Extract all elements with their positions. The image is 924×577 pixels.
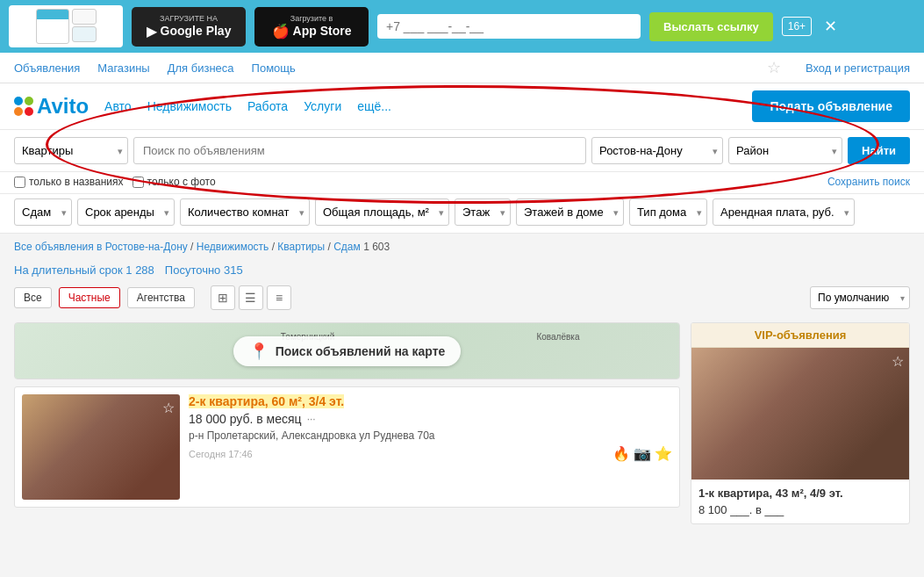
favorite-star-icon[interactable]: ☆ bbox=[162, 400, 175, 416]
google-play-icon: ▶ bbox=[147, 23, 157, 40]
area-select[interactable]: Общая площадь, м² bbox=[315, 198, 449, 226]
breadcrumb-count: 1 603 bbox=[363, 241, 390, 253]
top-banner: ЗАГРУЗИТЕ НА ▶ Google Play Загрузите в 🍎… bbox=[0, 0, 924, 53]
area-wrap: Общая площадь, м² bbox=[315, 198, 449, 226]
logo[interactable]: Avito bbox=[14, 94, 89, 119]
breadcrumb: Все объявления в Ростове-на-Дону / Недви… bbox=[0, 234, 924, 256]
breadcrumb-sep1: / bbox=[190, 241, 197, 253]
price-more-button[interactable]: ··· bbox=[307, 413, 316, 425]
sort-select-wrap: По умолчанию bbox=[810, 286, 910, 309]
nav-services[interactable]: Услуги bbox=[304, 99, 341, 113]
filter-with-photo[interactable]: только с фото bbox=[133, 176, 216, 188]
app-promo-image bbox=[9, 5, 123, 47]
save-search-link[interactable]: Сохранить поиск bbox=[827, 176, 910, 188]
phone-input[interactable] bbox=[386, 19, 632, 33]
phone-input-wrap bbox=[377, 14, 641, 39]
vip-listing-title[interactable]: 1-к квартира, 43 м², 4/9 эт. bbox=[698, 487, 902, 500]
search-input[interactable] bbox=[133, 137, 586, 164]
listings-column: Темерницкий Ковалёвка 📍 Поиск объявлений… bbox=[14, 322, 680, 524]
private-type-button[interactable]: Частные bbox=[59, 287, 120, 308]
nav-auto[interactable]: Авто bbox=[104, 99, 132, 113]
filter-selects-row: Сдам Срок аренды Количество комнат Общая… bbox=[0, 194, 924, 234]
breadcrumb-rent[interactable]: Сдам bbox=[333, 241, 361, 253]
rooms-wrap: Количество комнат bbox=[180, 198, 310, 226]
nav-more[interactable]: ещё... bbox=[357, 99, 391, 113]
map-pin-icon: 📍 bbox=[249, 342, 269, 361]
rent-price-select[interactable]: Арендная плата, руб. bbox=[713, 198, 855, 226]
main-content: Темерницкий Ковалёвка 📍 Поиск объявлений… bbox=[0, 315, 924, 531]
house-type-select[interactable]: Тип дома bbox=[629, 198, 707, 226]
listing-icons: 🔥 📷 ⭐ bbox=[612, 445, 672, 462]
map-banner[interactable]: Темерницкий Ковалёвка 📍 Поиск объявлений… bbox=[14, 322, 680, 379]
with-photo-checkbox[interactable] bbox=[133, 177, 144, 188]
listing-title[interactable]: 2-к квартира, 60 м², 3/4 эт. bbox=[189, 394, 344, 408]
price-text: 18 000 руб. в месяц bbox=[189, 412, 302, 426]
camera-icon: 📷 bbox=[634, 445, 651, 462]
names-only-label: только в названиях bbox=[29, 176, 124, 188]
district-select[interactable]: Район bbox=[728, 137, 842, 164]
header: Avito Авто Недвижимость Работа Услуги ещ… bbox=[0, 83, 924, 130]
close-banner-button[interactable]: ✕ bbox=[824, 17, 837, 36]
breadcrumb-apartments[interactable]: Квартиры bbox=[277, 241, 325, 253]
city-select[interactable]: Ростов-на-Дону bbox=[591, 137, 723, 164]
search-bar: Квартиры Ростов-на-Дону Район Найти bbox=[0, 130, 924, 172]
favorites-star-icon[interactable]: ☆ bbox=[767, 58, 781, 77]
nav-item-help[interactable]: Помощь bbox=[252, 61, 296, 75]
apple-icon: 🍎 bbox=[272, 23, 290, 40]
search-button[interactable]: Найти bbox=[848, 137, 910, 164]
sort-select[interactable]: По умолчанию bbox=[810, 286, 910, 309]
map-town2: Ковалёвка bbox=[536, 332, 579, 342]
age-badge: 16+ bbox=[782, 17, 812, 36]
list-view-button[interactable]: ☰ bbox=[239, 285, 263, 310]
listing-price: 18 000 руб. в месяц ··· bbox=[189, 412, 672, 426]
nav-item-ads[interactable]: Объявления bbox=[14, 61, 80, 75]
filter-names-only[interactable]: только в названиях bbox=[14, 176, 124, 188]
listing-info: 2-к квартира, 60 м², 3/4 эт. 18 000 руб.… bbox=[189, 394, 672, 500]
app-store-button[interactable]: Загрузите в 🍎 App Store bbox=[254, 7, 369, 47]
nav-item-business[interactable]: Для бизнеса bbox=[168, 61, 234, 75]
map-label-text: Поиск объявлений на карте bbox=[276, 344, 446, 358]
nav-item-stores[interactable]: Магазины bbox=[97, 61, 150, 75]
vip-box: VIP-объявления ☆ 1-к квартира, 43 м², 4/… bbox=[691, 322, 910, 524]
sort-bar: Все Частные Агентства ⊞ ☰ ≡ По умолчанию bbox=[0, 280, 924, 315]
rent-period-select[interactable]: Срок аренды bbox=[77, 198, 175, 226]
post-ad-button[interactable]: Подать объявление bbox=[752, 90, 910, 122]
vip-favorite-star-icon[interactable]: ☆ bbox=[892, 353, 904, 370]
house-type-wrap: Тип дома bbox=[629, 198, 707, 226]
agency-type-button[interactable]: Агентства bbox=[127, 287, 195, 308]
rent-type-select[interactable]: Сдам bbox=[14, 198, 72, 226]
rooms-select[interactable]: Количество комнат bbox=[180, 198, 310, 226]
nav-work[interactable]: Работа bbox=[247, 99, 288, 113]
view-icons: ⊞ ☰ ≡ bbox=[211, 285, 291, 310]
login-link[interactable]: Вход и регистрация bbox=[806, 61, 910, 75]
breadcrumb-realty[interactable]: Недвижимость bbox=[197, 241, 269, 253]
map-search-label[interactable]: 📍 Поиск объявлений на карте bbox=[233, 336, 462, 366]
nav-realty[interactable]: Недвижимость bbox=[147, 99, 232, 113]
logo-dots bbox=[14, 97, 33, 116]
listing-address: р-н Пролетарский, Александровка ул Рудне… bbox=[189, 429, 672, 442]
breadcrumb-city[interactable]: Все объявления в Ростове-на-Дону bbox=[14, 241, 188, 253]
tab-long-term[interactable]: На длительный срок 1 288 bbox=[14, 263, 154, 277]
floors-in-house-select[interactable]: Этажей в доме bbox=[516, 198, 624, 226]
header-nav: Авто Недвижимость Работа Услуги ещё... bbox=[104, 99, 391, 113]
tab-filters: На длительный срок 1 288 Посуточно 315 bbox=[0, 256, 924, 280]
category-select[interactable]: Квартиры bbox=[14, 137, 128, 164]
all-type-button[interactable]: Все bbox=[14, 287, 52, 308]
listing-card[interactable]: ☆ 2-к квартира, 60 м², 3/4 эт. 18 000 ру… bbox=[14, 386, 680, 508]
send-link-button[interactable]: Выслать ссылку bbox=[649, 12, 773, 41]
google-play-button[interactable]: ЗАГРУЗИТЕ НА ▶ Google Play bbox=[132, 7, 246, 47]
nav-bar: Объявления Магазины Для бизнеса Помощь ☆… bbox=[0, 53, 924, 83]
listing-image: ☆ bbox=[22, 394, 180, 500]
category-select-wrap: Квартиры bbox=[14, 137, 128, 164]
logo-dot-blue bbox=[14, 97, 23, 105]
floor-select[interactable]: Этаж bbox=[455, 198, 511, 226]
vip-listing-image[interactable]: ☆ bbox=[691, 348, 909, 480]
grid-view-button[interactable]: ⊞ bbox=[211, 285, 235, 310]
listing-date-text: Сегодня 17:46 bbox=[189, 449, 253, 459]
compact-view-button[interactable]: ≡ bbox=[267, 285, 291, 310]
tab-daily[interactable]: Посуточно 315 bbox=[165, 263, 243, 277]
logo-dot-green bbox=[25, 97, 33, 105]
floor-wrap: Этаж bbox=[455, 198, 511, 226]
names-only-checkbox[interactable] bbox=[14, 177, 25, 188]
logo-text: Avito bbox=[37, 94, 89, 119]
